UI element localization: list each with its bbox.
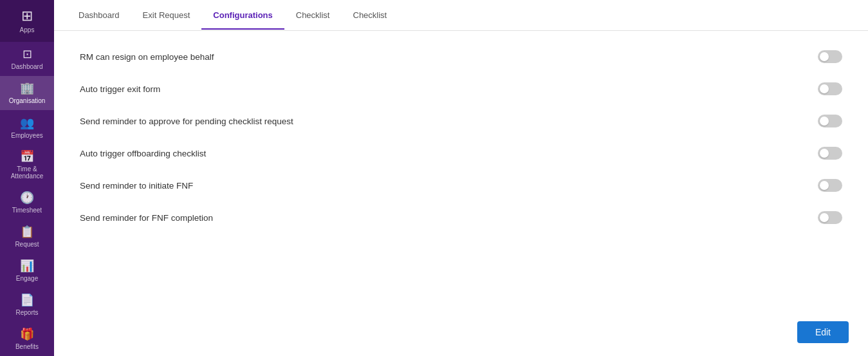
sidebar-item-time-attendance[interactable]: 📅Time & Attendance [0,144,54,185]
reports-icon: 📄 [20,293,34,307]
tab-dashboard[interactable]: Dashboard [67,1,131,29]
setting-label-auto-trigger-exit: Auto trigger exit form [80,84,810,94]
setting-row-rm-resign: RM can resign on employee behalf [80,50,842,63]
setting-label-rm-resign: RM can resign on employee behalf [80,52,810,62]
sidebar-item-request[interactable]: 📋Request [0,220,54,254]
sidebar-item-timesheet[interactable]: 🕐Timesheet [0,185,54,219]
sidebar-label-employees: Employees [11,132,42,139]
setting-row-send-reminder-fnf-completion: Send reminder for FNF completion [80,211,842,224]
benefits-icon: 🎁 [20,327,34,341]
sidebar-label-benefits: Benefits [15,343,39,350]
sidebar-label-dashboard: Dashboard [12,63,43,70]
setting-row-auto-trigger-offboard: Auto trigger offboarding checklist [80,147,842,160]
sidebar-item-organisation[interactable]: 🏢Organisation [0,76,54,110]
employees-icon: 👥 [20,116,34,130]
dashboard-icon: ⊡ [23,47,32,61]
toggle-thumb [820,117,829,126]
tab-exit-request[interactable]: Exit Request [131,1,202,29]
sidebar-item-apps[interactable]: ⊞Apps [0,0,54,42]
sidebar-item-employees[interactable]: 👥Employees [0,110,54,144]
setting-row-auto-trigger-exit: Auto trigger exit form [80,82,842,95]
toggle-thumb [820,149,829,158]
sidebar-item-benefits[interactable]: 🎁Benefits [0,322,54,356]
setting-label-auto-trigger-offboard: Auto trigger offboarding checklist [80,149,810,158]
tab-checklist2[interactable]: Checklist [342,1,399,29]
organisation-icon: 🏢 [20,81,34,95]
sidebar-label-time-attendance: Time & Attendance [3,165,51,180]
sidebar: ⊞Apps⊡Dashboard🏢Organisation👥Employees📅T… [0,0,54,356]
engage-icon: 📊 [20,259,34,273]
toggle-send-reminder-fnf-completion[interactable] [818,211,842,224]
sidebar-label-organisation: Organisation [9,97,46,104]
sidebar-label-request: Request [15,241,39,248]
edit-button[interactable]: Edit [797,321,849,343]
toggle-thumb [820,52,829,61]
setting-label-send-reminder-fnf: Send reminder to initiate FNF [80,181,810,191]
timesheet-icon: 🕐 [20,191,34,205]
main-content: DashboardExit RequestConfigurationsCheck… [54,0,868,356]
setting-label-send-reminder-approve: Send reminder to approve for pending che… [80,117,810,126]
settings-container: RM can resign on employee behalfAuto tri… [80,50,842,224]
request-icon: 📋 [20,225,34,239]
sidebar-item-engage[interactable]: 📊Engage [0,254,54,288]
sidebar-label-engage: Engage [16,275,38,282]
setting-row-send-reminder-approve: Send reminder to approve for pending che… [80,115,842,127]
sidebar-label-reports: Reports [15,309,38,316]
setting-row-send-reminder-fnf: Send reminder to initiate FNF [80,179,842,192]
setting-label-send-reminder-fnf-completion: Send reminder for FNF completion [80,213,810,223]
toggle-thumb [820,181,829,190]
sidebar-item-reports[interactable]: 📄Reports [0,288,54,322]
tab-configurations[interactable]: Configurations [201,1,284,29]
tab-bar: DashboardExit RequestConfigurationsCheck… [54,0,868,31]
tab-checklist1[interactable]: Checklist [284,1,342,29]
toggle-thumb [820,213,829,222]
sidebar-label-apps: Apps [20,26,35,33]
toggle-send-reminder-fnf[interactable] [818,179,842,192]
apps-icon: ⊞ [21,8,33,24]
toggle-send-reminder-approve[interactable] [818,115,842,127]
sidebar-item-dashboard[interactable]: ⊡Dashboard [0,42,54,76]
sidebar-label-timesheet: Timesheet [12,207,42,214]
toggle-thumb [820,84,829,93]
toggle-auto-trigger-offboard[interactable] [818,147,842,160]
toggle-rm-resign[interactable] [818,50,842,63]
toggle-auto-trigger-exit[interactable] [818,82,842,95]
content-area: RM can resign on employee behalfAuto tri… [54,31,868,356]
time-attendance-icon: 📅 [20,149,34,164]
